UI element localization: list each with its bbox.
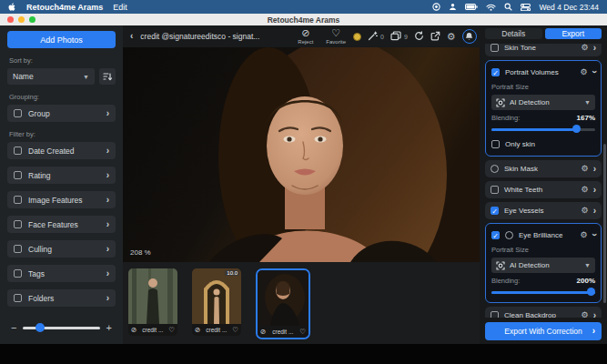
notifications-button[interactable] [462, 29, 477, 44]
eye-brilliance-checkbox[interactable]: ✓ [491, 231, 500, 239]
slider-knob[interactable] [572, 125, 581, 133]
queue-button[interactable] [390, 28, 401, 45]
apple-logo-icon[interactable] [8, 3, 16, 12]
user-icon[interactable] [449, 3, 457, 11]
gear-icon[interactable]: ⚙ [582, 165, 589, 173]
portrait-volumes-header[interactable]: ✓ Portrait Volumes ⚙› [491, 65, 595, 79]
gear-icon[interactable]: ⚙ [581, 68, 588, 76]
refresh-button[interactable] [414, 28, 424, 45]
only-skin-checkbox[interactable] [491, 140, 500, 148]
reject-button[interactable]: ⊘ Reject [298, 28, 313, 45]
filter-checkbox[interactable] [14, 147, 22, 155]
clean-backdrop-checkbox[interactable] [491, 311, 499, 318]
clean-backdrop-item[interactable]: Clean Backdrop ⚙› [485, 307, 602, 318]
filter-item-folders[interactable]: Folders › [7, 289, 116, 307]
thumbnail-1[interactable]: ⊘ credit ... ♡ [128, 268, 177, 336]
filter-item-image-features[interactable]: Image Features › [7, 191, 116, 208]
chevron-down-icon[interactable]: › [589, 233, 598, 236]
filter-item-culling[interactable]: Culling › [7, 240, 116, 258]
panel-scrollbar[interactable] [603, 144, 606, 303]
skin-tone-checkbox[interactable] [491, 44, 499, 52]
pv-detection-select[interactable]: AI Detection ▼ [491, 95, 595, 110]
eye-vessels-checkbox[interactable]: ✓ [491, 207, 499, 215]
tab-export[interactable]: Export [545, 28, 602, 39]
tab-details[interactable]: Details [485, 28, 542, 39]
gear-icon[interactable]: ⚙ [582, 44, 589, 52]
skin-tone-item[interactable]: Skin Tone ⚙› [485, 44, 602, 56]
menubar-clock[interactable]: Wed 4 Dec 23:44 [539, 3, 599, 12]
favorite-button[interactable]: ♡ Favorite [326, 28, 346, 45]
menu-edit[interactable]: Edit [113, 3, 127, 12]
chevron-right-icon[interactable]: › [593, 186, 596, 195]
thumbnail-size-slider[interactable]: − + [7, 323, 116, 339]
sort-select[interactable]: Name ▼ [7, 68, 95, 85]
filter-item-rating[interactable]: Rating › [7, 167, 116, 184]
skin-mask-radio[interactable] [491, 165, 499, 173]
eye-vessels-item[interactable]: ✓ Eye Vessels ⚙› [485, 202, 602, 219]
slider-knob[interactable] [587, 288, 595, 296]
gear-icon[interactable]: ⚙ [582, 311, 589, 318]
filter-checkbox[interactable] [14, 220, 22, 228]
gear-icon[interactable]: ⚙ [582, 207, 589, 215]
wifi-icon[interactable] [486, 4, 496, 11]
plus-icon[interactable]: + [106, 323, 112, 333]
chevron-down-icon[interactable]: › [589, 70, 598, 73]
heart-icon[interactable]: ♡ [168, 327, 175, 334]
sort-direction-button[interactable] [99, 68, 116, 85]
auto-retouch-button[interactable] [368, 28, 378, 45]
thumbnail-2[interactable]: 10.0 ⊘ credit ... ♡ [192, 268, 241, 336]
thumbnail-filename: credit ... [272, 329, 293, 335]
filter-checkbox[interactable] [14, 269, 22, 278]
filter-checkbox[interactable] [14, 294, 22, 302]
eb-detection-select[interactable]: AI Detection ▼ [491, 258, 595, 273]
chevron-right-icon[interactable]: › [593, 44, 596, 53]
pv-blending-slider[interactable] [491, 126, 595, 134]
search-icon[interactable] [504, 3, 512, 11]
filter-checkbox[interactable] [14, 171, 22, 179]
minus-icon[interactable]: − [11, 323, 16, 333]
group-item[interactable]: Group › [7, 105, 116, 122]
zoom-window-button[interactable] [29, 16, 35, 23]
group-checkbox[interactable] [14, 109, 22, 117]
record-icon[interactable] [432, 3, 440, 11]
add-photos-button[interactable]: Add Photos [7, 31, 116, 48]
reject-icon[interactable]: ⊘ [195, 327, 200, 334]
filter-item-date-created[interactable]: Date Created › [7, 142, 116, 159]
control-center-icon[interactable] [521, 4, 531, 11]
white-teeth-item[interactable]: White Teeth ⚙› [485, 181, 602, 198]
reject-icon[interactable]: ⊘ [131, 327, 137, 334]
credits-coin-icon[interactable] [353, 33, 361, 41]
reject-icon[interactable]: ⊘ [260, 329, 266, 336]
back-chevron-icon[interactable]: ‹ [130, 32, 133, 41]
heart-icon[interactable]: ♡ [299, 329, 306, 336]
slider-knob[interactable] [35, 323, 45, 332]
photo-viewer[interactable]: 208 % [123, 47, 480, 262]
export-with-correction-button[interactable]: Export With Correction › [485, 322, 602, 340]
chevron-right-icon[interactable]: › [593, 311, 596, 318]
filter-item-tags[interactable]: Tags › [7, 265, 116, 282]
close-window-button[interactable] [7, 16, 14, 23]
eb-blending-slider[interactable] [491, 288, 595, 297]
filter-checkbox[interactable] [14, 196, 22, 204]
minimize-window-button[interactable] [18, 16, 25, 23]
heart-icon[interactable]: ♡ [232, 327, 238, 334]
chevron-right-icon[interactable]: › [593, 165, 596, 174]
battery-icon[interactable] [465, 4, 478, 10]
only-skin-row[interactable]: Only skin [491, 137, 595, 150]
slider-track[interactable] [23, 327, 99, 329]
portrait-volumes-checkbox[interactable]: ✓ [491, 68, 500, 76]
eye-brilliance-radio[interactable] [505, 231, 513, 239]
filter-item-face-features[interactable]: Face Features › [7, 216, 116, 233]
settings-gear-icon[interactable]: ⚙ [447, 32, 456, 42]
thumbnail-3-selected[interactable]: ⊘ credit ... ♡ [256, 268, 310, 339]
white-teeth-checkbox[interactable] [491, 186, 499, 194]
skin-mask-item[interactable]: Skin Mask ⚙› [485, 160, 602, 177]
eye-brilliance-header[interactable]: ✓ Eye Brilliance ⚙› [491, 228, 595, 242]
gear-icon[interactable]: ⚙ [582, 186, 589, 194]
chevron-right-icon[interactable]: › [593, 207, 596, 216]
filter-checkbox[interactable] [14, 245, 22, 253]
open-external-button[interactable] [430, 28, 440, 45]
menubar-app-name[interactable]: Retouch4me Arams [26, 3, 103, 12]
gear-icon[interactable]: ⚙ [581, 231, 588, 239]
favorite-label: Favorite [326, 39, 346, 45]
